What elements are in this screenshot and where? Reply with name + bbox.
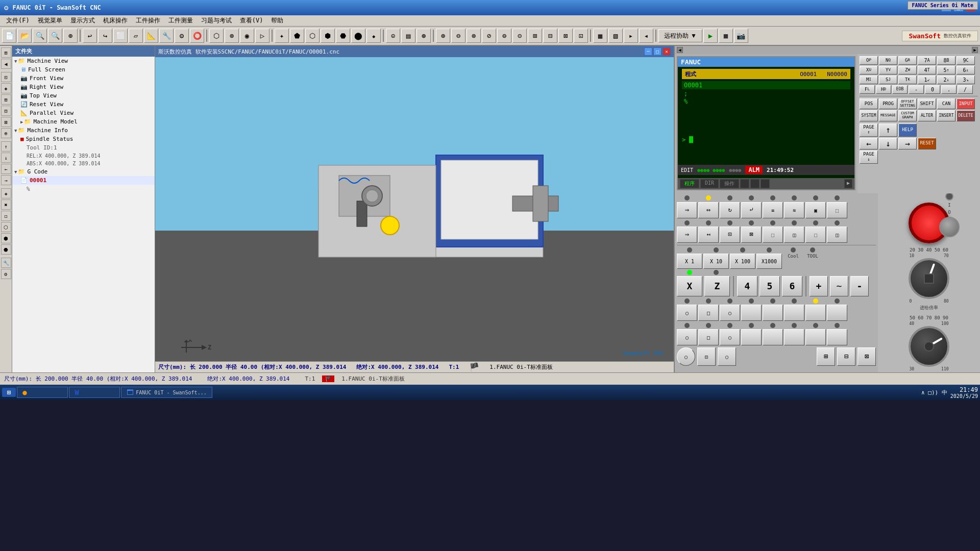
left-icon-16[interactable]: ⬡ <box>1 222 11 232</box>
toolbar-btn10[interactable]: 📐 <box>144 29 158 43</box>
mode-btn-14[interactable]: ◫ <box>784 227 804 243</box>
toolbar-btn22[interactable]: ⬣ <box>336 29 350 43</box>
mode-btn-9[interactable]: ⇒ <box>677 227 697 243</box>
toolbar-new[interactable]: 📄 <box>2 29 16 43</box>
tree-top-view[interactable]: 📷 Top View <box>12 91 155 100</box>
key-can[interactable]: CAN <box>937 98 955 109</box>
bfb-4[interactable] <box>741 305 762 321</box>
toolbar-btn28[interactable]: ⊕ <box>436 29 450 43</box>
menu-visual[interactable]: 视觉菜单 <box>34 15 66 26</box>
key-offset[interactable]: OFFSETSETTING <box>898 98 917 109</box>
view-maximize[interactable]: □ <box>653 47 662 56</box>
toolbar-btn38[interactable]: ▦ <box>593 29 607 43</box>
key-5[interactable]: 5↑ <box>937 66 955 74</box>
left-icon-9[interactable]: ↑ <box>1 141 11 152</box>
mode-btn-5[interactable]: ≡ <box>763 202 783 218</box>
btn-axis-x[interactable]: X <box>677 276 702 296</box>
mode-btn-7[interactable]: ▣ <box>805 202 826 218</box>
toolbar-btn41[interactable]: ◂ <box>639 29 653 43</box>
key-hd[interactable]: HD <box>876 85 891 94</box>
toolbar-btn21[interactable]: ⬢ <box>321 29 335 43</box>
toolbar-btn8[interactable]: ⬜ <box>113 29 128 43</box>
menu-exercises[interactable]: 习题与考试 <box>197 15 236 26</box>
r4b-5[interactable] <box>763 329 783 345</box>
spindle-rate-dial[interactable] <box>909 326 949 367</box>
toolbar-btn39[interactable]: ▧ <box>608 29 623 43</box>
key-dot[interactable]: . <box>941 85 957 94</box>
left-icon-11[interactable]: ← <box>1 164 11 174</box>
left-icon-1[interactable]: ⊞ <box>1 47 11 58</box>
toolbar-btn19[interactable]: ⬟ <box>290 29 304 43</box>
key-gr[interactable]: GR <box>898 56 917 65</box>
menu-display[interactable]: 显示方式 <box>66 15 99 26</box>
toolbar-open[interactable]: 📂 <box>17 29 32 43</box>
btn-icon3[interactable]: ⊠ <box>857 347 876 366</box>
key-zw[interactable]: ZW <box>898 66 917 74</box>
nav-btn-dir[interactable]: DIR <box>700 179 719 188</box>
r4b-1[interactable]: ○ <box>677 329 697 345</box>
left-icon-19[interactable]: 🔧 <box>1 258 11 268</box>
toolbar-btn26[interactable]: ▤ <box>401 29 415 43</box>
key-pos[interactable]: POS <box>860 98 878 109</box>
mode-btn-8[interactable]: ⬚ <box>827 202 847 218</box>
toolbar-stop[interactable]: ■ <box>719 29 733 43</box>
view-close[interactable]: ✕ <box>663 47 671 56</box>
btn-key3[interactable]: ○ <box>718 347 736 366</box>
tree-machine-model[interactable]: ▶ 📁 Machine Model <box>12 117 155 126</box>
mode-btn-3[interactable]: ↻ <box>720 202 740 218</box>
toolbar-btn32[interactable]: ⊜ <box>497 29 511 43</box>
toolbar-btn24[interactable]: ⬥ <box>366 29 381 43</box>
key-arrow-right[interactable]: → <box>898 138 917 150</box>
toolbar-btn11[interactable]: 🔧 <box>159 29 174 43</box>
tree-parallel-view[interactable]: 📐 Parallel View <box>12 109 155 117</box>
bfb-3[interactable]: ○ <box>720 305 740 321</box>
key-yv[interactable]: YV <box>879 66 897 74</box>
toolbar-btn18[interactable]: ✦ <box>275 29 289 43</box>
btn-icon2[interactable]: ⊟ <box>837 347 855 366</box>
left-icon-18[interactable]: ⬣ <box>1 244 11 255</box>
btn-6[interactable]: 6 <box>782 276 802 296</box>
mode-btn-15[interactable]: ⬚ <box>805 227 826 243</box>
toolbar-btn34[interactable]: ⊞ <box>528 29 542 43</box>
menu-help[interactable]: 帮助 <box>267 15 287 26</box>
mode-btn-16[interactable]: ◫ <box>827 227 847 243</box>
tree-full-screen[interactable]: 🖥 Full Screen <box>12 65 155 74</box>
key-mi[interactable]: MI <box>860 76 878 84</box>
key-slash[interactable]: / <box>958 85 973 94</box>
toolbar-search[interactable]: 🔍 <box>33 29 47 43</box>
key-delete[interactable]: DELETE <box>957 110 975 121</box>
nav-btn-blank1[interactable] <box>740 179 749 188</box>
toolbar-btn29[interactable]: ⊖ <box>451 29 465 43</box>
toolbar-btn33[interactable]: ⊝ <box>512 29 527 43</box>
nav-btn-blank2[interactable] <box>750 179 760 188</box>
toolbar-zoom-in[interactable]: 🔍 <box>48 29 62 43</box>
feed-rate-dial[interactable] <box>909 258 949 299</box>
btn-plus[interactable]: + <box>810 276 828 296</box>
tree-gcode[interactable]: ▼ 📁 G Code <box>12 167 155 176</box>
expand-button[interactable]: ▶ <box>972 47 978 53</box>
toolbar-btn35[interactable]: ⊟ <box>543 29 557 43</box>
key-tk[interactable]: TK <box>898 76 917 84</box>
key-0[interactable]: 0 <box>925 85 940 94</box>
toolbar-btn36[interactable]: ⊠ <box>558 29 573 43</box>
key-arrow-left[interactable]: ← <box>860 138 878 150</box>
key-reset[interactable]: RESET <box>918 138 936 150</box>
left-icon-14[interactable]: ✖ <box>1 199 11 210</box>
left-icon-8[interactable]: ⊕ <box>1 128 11 138</box>
key-xu[interactable]: XU <box>860 66 878 74</box>
left-icon-12[interactable]: → <box>1 175 11 185</box>
menu-machine-ops[interactable]: 机床操作 <box>99 15 132 26</box>
key-prog[interactable]: PROG <box>879 98 897 109</box>
key-nq[interactable]: NQ <box>879 56 897 65</box>
key-sj[interactable]: SJ <box>879 76 897 84</box>
key-9[interactable]: 9C <box>957 56 975 65</box>
key-custom-graph[interactable]: CUSTOMGRAPH <box>898 110 917 121</box>
bfb-8[interactable] <box>827 305 847 321</box>
toolbar-btn7[interactable]: ↪ <box>98 29 112 43</box>
taskbar-window[interactable]: 🗔 FANUC 0iT - SwanSoft... <box>121 387 212 398</box>
key-message[interactable]: MESSAGE <box>879 110 897 121</box>
key-1[interactable]: 1↙ <box>918 76 936 84</box>
mode-btn-12[interactable]: ⊠ <box>741 227 762 243</box>
key-shift[interactable]: SHIFT <box>918 98 936 109</box>
r4b-7[interactable] <box>805 329 826 345</box>
